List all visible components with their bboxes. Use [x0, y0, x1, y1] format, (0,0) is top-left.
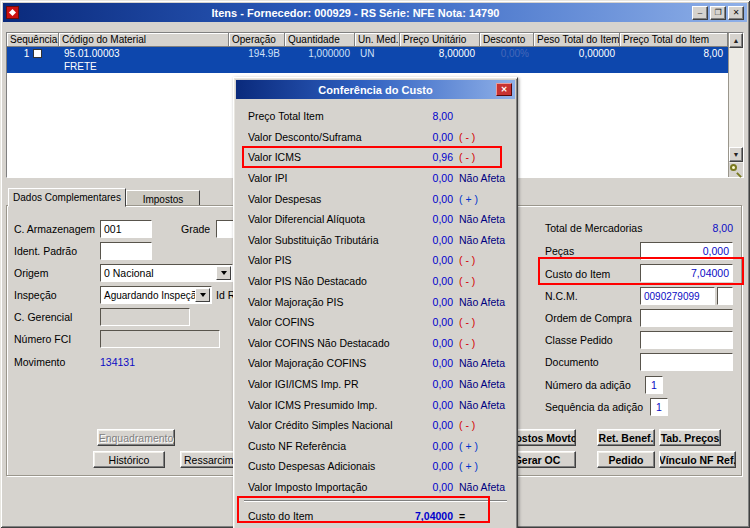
ident-padrao-label: Ident. Padrão — [14, 245, 77, 257]
window-title: Itens - Fornecedor: 000929 - RS Série: N… — [19, 7, 692, 19]
ncm-extra-field[interactable] — [717, 287, 733, 305]
dialog-title: Conferência do Custo — [318, 84, 432, 96]
dialog-row-label: Valor COFINS — [248, 316, 401, 328]
dialog-row-label: Valor Majoração PIS — [248, 296, 401, 308]
dialog-row-value: 0,00 — [401, 357, 453, 369]
dialog-row-op: ( + ) — [453, 440, 507, 452]
dialog-row-value: 0,00 — [401, 378, 453, 390]
maximize-icon[interactable]: ❐ — [710, 6, 726, 20]
row-checkbox[interactable] — [33, 49, 42, 58]
column-header-quantidade[interactable]: Quantidade — [285, 33, 355, 47]
vertical-scrollbar[interactable]: ▲ ▼ — [728, 33, 743, 177]
column-header-preco-unitario[interactable]: Preço Unitário — [400, 33, 480, 47]
movimento-value: 134131 — [100, 356, 135, 368]
ncm-field[interactable]: 0090279099 — [640, 287, 715, 305]
sequencia-adicao-field[interactable]: 1 — [650, 398, 668, 416]
dialog-row: Valor COFINS 0,00 ( - ) — [236, 312, 515, 333]
scroll-up-icon[interactable]: ▲ — [729, 33, 743, 48]
inspecao-label: Inspeção — [14, 289, 57, 301]
dialog-row-label: Valor Crédito Simples Nacional — [248, 419, 401, 431]
column-header-desconto[interactable]: Desconto — [480, 33, 534, 47]
column-header-codigo[interactable]: Código do Material — [59, 33, 229, 47]
ncm-label: N.C.M. — [545, 290, 578, 302]
dialog-row-label: Valor Imposto Importação — [248, 481, 401, 493]
documento-field[interactable] — [640, 353, 733, 371]
c-armazenagem-field[interactable]: 001 — [100, 220, 152, 238]
sequencia-adicao-label: Sequência da adição — [545, 401, 643, 413]
dialog-row-label: Valor PIS — [248, 254, 401, 266]
close-icon[interactable]: ✕ — [728, 6, 744, 20]
dialog-row-value: 0,00 — [401, 481, 453, 493]
column-header-operacao[interactable]: Operação — [229, 33, 285, 47]
dialog-row-value: 0,00 — [401, 440, 453, 452]
inspecao-value: Aguardando Inspeção — [104, 290, 202, 301]
dialog-row-op: Não Afeta — [453, 399, 507, 411]
cell-operacao: 194.9B — [229, 47, 285, 60]
dialog-row-label: Valor ICMS — [248, 151, 401, 163]
dialog-row: Valor PIS 0,00 ( - ) — [236, 250, 515, 271]
cell-desconto: 0,00% — [480, 47, 534, 60]
ordem-compra-field[interactable] — [640, 309, 733, 327]
origem-select[interactable]: 0 Nacional — [100, 264, 233, 282]
column-header-preco-total[interactable]: Preço Total do Item — [620, 33, 728, 47]
inspecao-select[interactable]: Aguardando Inspeção — [100, 286, 212, 304]
historico-button[interactable]: Histórico — [93, 451, 165, 468]
ret-benef-button[interactable]: Ret. Benef. — [597, 429, 655, 446]
custo-item-label: Custo do Item — [545, 268, 610, 280]
dialog-row-label: Custo Despesas Adicionais — [248, 460, 401, 472]
dialog-total-op: = — [453, 510, 507, 522]
table-row[interactable]: 1 95.01.00003 194.9B 1,000000 UN 8,00000… — [7, 47, 728, 73]
dialog-row-op: ( - ) — [453, 337, 507, 349]
dialog-row-op: Não Afeta — [453, 234, 507, 246]
dialog-row-valor-icms: Valor ICMS 0,96 ( - ) — [236, 147, 515, 168]
dialog-row-op: ( - ) — [453, 275, 507, 287]
cell-un-med: UN — [355, 47, 400, 60]
numero-adicao-field[interactable]: 1 — [645, 376, 663, 394]
c-armazenagem-label: C. Armazenagem — [14, 223, 95, 235]
column-header-sequencia[interactable]: Sequência — [7, 33, 59, 47]
custo-item-field[interactable]: 7,04000 — [640, 264, 733, 282]
pecas-field[interactable]: 0,000 — [640, 242, 733, 260]
dialog-row-value: 0,00 — [401, 234, 453, 246]
vinculo-nf-ref-button[interactable]: Vínculo NF Ref. — [659, 451, 736, 468]
dialog-row: Custo NF Referência 0,00 ( + ) — [236, 436, 515, 457]
dialog-row: Valor Majoração COFINS 0,00 Não Afeta — [236, 353, 515, 374]
c-gerencial-field[interactable] — [100, 308, 190, 326]
dialog-total-value: 7,04000 — [401, 510, 453, 522]
ident-padrao-field[interactable] — [100, 242, 152, 260]
tab-dados-complementares[interactable]: Dados Complementares — [8, 188, 126, 207]
dialog-row-op: Não Afeta — [453, 172, 507, 184]
dialog-title-bar: Conferência do Custo ✕ — [236, 80, 515, 99]
lookup-icon[interactable] — [729, 163, 743, 177]
minimize-icon[interactable]: – — [692, 6, 708, 20]
dialog-row-label: Valor COFINS Não Destacado — [248, 337, 401, 349]
origem-label: Origem — [14, 267, 48, 279]
dialog-row: Valor IGI/ICMS Imp. PR 0,00 Não Afeta — [236, 374, 515, 395]
dialog-row-label: Custo NF Referência — [248, 440, 401, 452]
dialog-row-op: ( - ) — [453, 419, 507, 431]
dialog-row-label: Preço Total Item — [248, 110, 401, 122]
dialog-row-value: 0,00 — [401, 131, 453, 143]
column-header-peso-total[interactable]: Peso Total do Item — [534, 33, 620, 47]
dialog-row: Valor Despesas 0,00 ( + ) — [236, 188, 515, 209]
scroll-down-icon[interactable]: ▼ — [729, 147, 743, 162]
origem-dropdown-icon[interactable] — [216, 266, 231, 280]
dialog-row-value: 0,00 — [401, 399, 453, 411]
dialog-close-icon[interactable]: ✕ — [496, 83, 512, 96]
inspecao-dropdown-icon[interactable] — [195, 288, 210, 302]
dialog-row: Preço Total Item 8,00 — [236, 106, 515, 127]
dialog-row: Valor Substituição Tributária 0,00 Não A… — [236, 230, 515, 251]
pedido-button[interactable]: Pedido — [597, 451, 655, 468]
enquadramento-button: Enquadramento — [97, 429, 175, 446]
dialog-separator — [244, 500, 507, 502]
lookup-lens — [730, 164, 737, 171]
classe-pedido-field[interactable] — [640, 331, 733, 349]
tab-precos-button[interactable]: Tab. Preços — [659, 429, 721, 446]
dialog-row-value: 0,00 — [401, 213, 453, 225]
numero-fci-field[interactable] — [100, 330, 220, 348]
grade-label: Grade — [181, 223, 210, 235]
pecas-label: Peças — [545, 245, 574, 257]
dialog-row-label: Valor IGI/ICMS Imp. PR — [248, 378, 401, 390]
column-header-un-med[interactable]: Un. Med. — [355, 33, 400, 47]
lookup-handle — [736, 172, 742, 178]
